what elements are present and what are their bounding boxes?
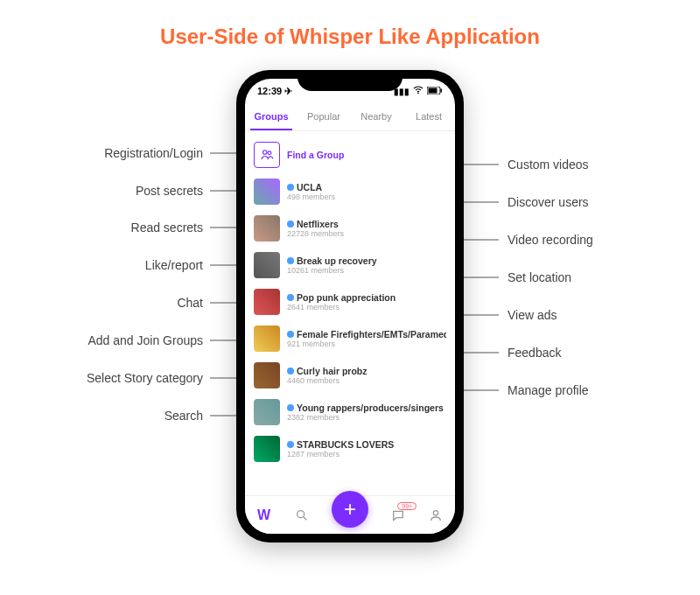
phone-screen: 12:39 ✈ ▮▮▮ Groups Popular Nearby Latest: [245, 79, 455, 534]
callout-custom-videos: Custom videos: [502, 158, 594, 172]
find-a-group-row[interactable]: Find a Group: [245, 136, 455, 173]
wifi-icon: [413, 86, 424, 96]
verified-icon: [287, 184, 294, 191]
phone-frame: 12:39 ✈ ▮▮▮ Groups Popular Nearby Latest: [236, 70, 464, 542]
callout-like-report: Like/report: [0, 258, 208, 272]
group-thumb: [254, 399, 280, 425]
verified-icon: [287, 294, 294, 301]
find-group-icon: [254, 142, 280, 168]
list-item[interactable]: Pop punk appreciation2641 members: [245, 284, 455, 320]
list-item[interactable]: Break up recovery10261 members: [245, 247, 455, 284]
callout-view-ads: View ads: [502, 308, 563, 322]
tab-groups[interactable]: Groups: [245, 103, 298, 130]
group-thumb: [254, 326, 280, 352]
callout-groups: Add and Join Groups: [0, 333, 208, 347]
phone-notch: [298, 70, 402, 91]
list-item[interactable]: Netflixers22728 members: [245, 210, 455, 247]
group-name: Curly hair probz: [297, 366, 368, 376]
status-icons: ▮▮▮: [394, 86, 443, 96]
group-name: Young rappers/producers/singers: [297, 402, 444, 413]
nav-create-button[interactable]: +: [332, 491, 368, 528]
verified-icon: [287, 257, 294, 264]
nav-search-icon[interactable]: [294, 508, 310, 523]
verified-icon: [287, 220, 294, 228]
group-members: 498 members: [287, 192, 446, 201]
callout-read-secrets: Read secrets: [0, 220, 208, 234]
group-members: 10261 members: [287, 266, 446, 275]
group-name: Pop punk appreciation: [297, 292, 396, 303]
list-item[interactable]: Young rappers/producers/singers2382 memb…: [245, 394, 455, 430]
nav-logo-icon[interactable]: W: [256, 508, 272, 523]
group-name: Netflixers: [297, 219, 339, 229]
svg-point-49: [434, 510, 438, 514]
group-members: 22728 members: [287, 229, 446, 238]
group-thumb: [254, 252, 280, 278]
callout-feedback: Feedback: [502, 346, 566, 360]
verified-icon: [287, 404, 294, 411]
group-name: Female Firefighters/EMTs/Paramed...: [297, 329, 446, 340]
callout-story-category: Select Story category: [0, 371, 208, 385]
nav-chat-icon[interactable]: 99+: [390, 508, 406, 523]
list-item[interactable]: STARBUCKS LOVERS1287 members: [245, 430, 455, 467]
group-thumb: [254, 215, 280, 242]
group-members: 2641 members: [287, 303, 446, 312]
list-item[interactable]: UCLA498 members: [245, 173, 455, 210]
svg-rect-43: [429, 88, 438, 93]
group-members: 2382 members: [287, 413, 446, 422]
callout-post-secrets: Post secrets: [0, 184, 208, 198]
group-list: Find a Group UCLA498 members Netflixers2…: [245, 131, 455, 472]
group-members: 921 members: [287, 340, 446, 348]
verified-icon: [287, 441, 294, 448]
group-thumb: [254, 436, 280, 462]
svg-point-41: [417, 93, 419, 94]
callout-chat: Chat: [0, 296, 208, 310]
verified-icon: [287, 331, 294, 338]
group-thumb: [254, 178, 280, 205]
callout-video-recording: Video recording: [502, 233, 598, 247]
callout-manage-profile: Manage profile: [502, 383, 594, 397]
group-thumb: [254, 289, 280, 315]
tab-bar: Groups Popular Nearby Latest: [245, 103, 455, 131]
callout-set-location: Set location: [502, 270, 577, 284]
svg-point-46: [268, 151, 271, 155]
callout-registration: Registration/Login: [0, 146, 208, 160]
callout-discover-users: Discover users: [502, 195, 594, 209]
find-group-label: Find a Group: [287, 150, 446, 160]
nav-profile-icon[interactable]: [428, 508, 444, 523]
page-title: User-Side of Whisper Like Application: [0, 0, 700, 49]
callout-search: Search: [0, 409, 208, 423]
battery-icon: [427, 87, 443, 96]
tab-nearby[interactable]: Nearby: [350, 103, 402, 130]
group-name: STARBUCKS LOVERS: [297, 439, 394, 450]
list-item[interactable]: Curly hair probz4460 members: [245, 357, 455, 394]
group-thumb: [254, 362, 280, 388]
svg-line-48: [304, 517, 306, 520]
svg-point-45: [263, 150, 268, 155]
svg-rect-44: [441, 88, 443, 92]
group-name: UCLA: [297, 182, 322, 192]
group-name: Break up recovery: [297, 256, 377, 266]
notification-badge: 99+: [397, 502, 416, 510]
group-members: 4460 members: [287, 376, 446, 385]
tab-popular[interactable]: Popular: [298, 103, 350, 130]
verified-icon: [287, 368, 294, 374]
status-time: 12:39 ✈: [257, 86, 292, 97]
list-item[interactable]: Female Firefighters/EMTs/Paramed...921 m…: [245, 320, 455, 357]
svg-point-47: [297, 510, 304, 517]
bottom-nav: W + 99+: [245, 495, 455, 534]
tab-latest[interactable]: Latest: [402, 103, 455, 130]
group-members: 1287 members: [287, 450, 446, 458]
